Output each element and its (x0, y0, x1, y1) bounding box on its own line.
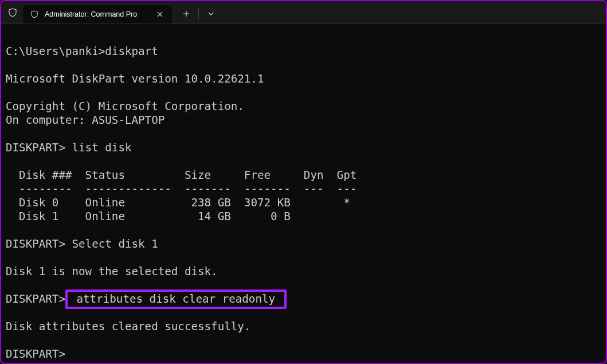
line: DISKPART> attributes disk clear readonly (6, 289, 287, 309)
line: C:\Users\panki>diskpart (6, 45, 158, 58)
active-tab[interactable]: Administrator: Command Pro (23, 5, 172, 24)
titlebar-controls (178, 3, 220, 22)
output-line: Disk attributes cleared successfully. (6, 320, 250, 333)
new-tab-button[interactable] (178, 6, 195, 22)
tab-title: Administrator: Command Pro (45, 10, 149, 18)
diskpart-prompt: DISKPART> (6, 292, 65, 306)
terminal-content[interactable]: C:\Users\panki>diskpart Microsoft DiskPa… (1, 24, 606, 364)
diskpart-prompt: DISKPART> (6, 237, 65, 251)
app-shield-icon (7, 7, 18, 18)
line: DISKPART> list disk (6, 141, 132, 154)
shield-icon (30, 10, 39, 19)
highlighted-command: attributes disk clear readonly (65, 289, 287, 309)
command-text: Select disk 1 (65, 237, 158, 251)
divider (198, 8, 199, 19)
table-divider: -------- ------------- ------- ------- -… (6, 182, 357, 195)
output-line: Copyright (C) Microsoft Corporation. (6, 100, 244, 113)
table-row: Disk 1 Online 14 GB 0 B (6, 210, 291, 223)
tab-close-button[interactable] (155, 9, 165, 19)
line: DISKPART> Select disk 1 (6, 237, 158, 251)
output-line: On computer: ASUS-LAPTOP (6, 113, 165, 127)
prompt-text: C:\Users\panki> (6, 45, 105, 58)
table-header: Disk ### Status Size Free Dyn Gpt (6, 169, 357, 182)
diskpart-prompt: DISKPART> (6, 347, 65, 361)
table-row: Disk 0 Online 238 GB 3072 KB * (6, 196, 350, 209)
output-line: Microsoft DiskPart version 10.0.22621.1 (6, 72, 264, 85)
command-text: list disk (65, 141, 132, 154)
output-line: Disk 1 is now the selected disk. (6, 265, 218, 278)
tab-dropdown-button[interactable] (202, 6, 220, 22)
titlebar: Administrator: Command Pro (1, 1, 606, 24)
diskpart-prompt: DISKPART> (6, 141, 65, 154)
command-text: diskpart (105, 45, 158, 58)
